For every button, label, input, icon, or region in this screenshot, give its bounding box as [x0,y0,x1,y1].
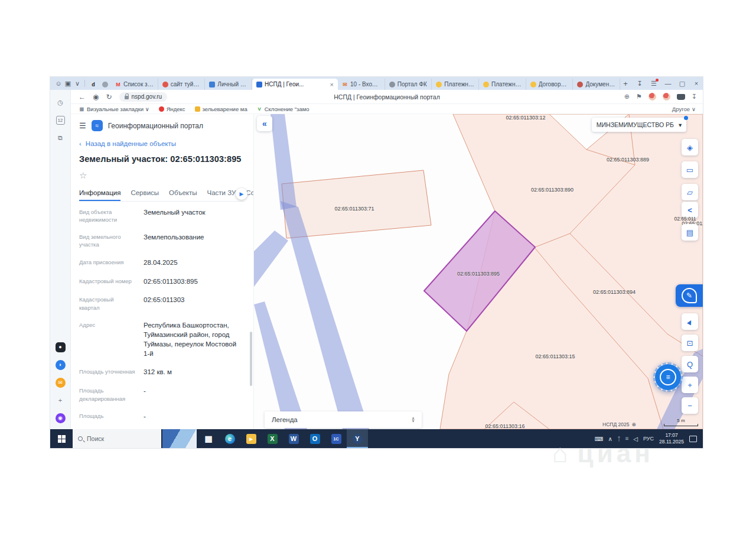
favorite-star-icon[interactable]: ☆ [79,170,92,181]
screenshot-icon[interactable]: ⧉ [54,132,66,144]
taskbar-excel[interactable]: X [262,429,283,448]
tab-части зу[interactable]: Части ЗУ [207,189,236,197]
browser-tab[interactable]: Договоры арен [526,79,573,90]
taskbar-explorer[interactable]: ▸ [240,429,262,448]
legend-toggle-icon[interactable]: ∧∨ [412,417,415,423]
ruler-button[interactable]: ▭ [682,161,698,178]
alice-icon[interactable]: ◉ [54,412,66,424]
card-button[interactable]: ⊡ [682,335,698,351]
assistant-flag-button[interactable]: ✎ [676,284,703,307]
browser-tab[interactable]: Платежные док [432,79,479,90]
bookmark-item[interactable]: Яндекс [159,106,185,112]
yellow-doc-icon [436,82,442,87]
tab-информация[interactable]: Информация [79,189,120,201]
bookmark-item[interactable]: ▦Визуальные закладки ∨ [79,106,149,112]
field-label: Площадь декларированная [79,387,135,403]
bookmark-label: Склонение "замо [265,106,309,112]
avatar[interactable] [649,93,656,100]
pinned-tab[interactable]: d [87,79,99,90]
bookmarks-more[interactable]: Другое ∨ [672,106,696,112]
restore-icon[interactable]: ▢ [678,80,686,87]
zoom-out-icon: − [687,401,692,410]
pocket-icon[interactable] [677,94,685,100]
panel-collapse-button[interactable]: « [257,116,272,131]
browser-tab[interactable]: Платежные док [479,79,526,90]
chevron-left-icon: ‹ [79,140,82,147]
organization-selector[interactable]: МИНЗЕМИМУЩЕСТВО РБ ▾ [592,118,686,132]
tab-сервисы[interactable]: Сервисы [131,189,159,197]
browser-tab[interactable]: НСПД | Геои...× [252,79,338,90]
menu-badge-icon[interactable]: ☰ [650,80,658,87]
pinned-tab[interactable] [99,79,111,90]
yellow-doc-icon [530,82,536,87]
cadastral-search-button[interactable]: Q [682,356,698,372]
download-icon[interactable]: ↧ [692,93,697,100]
chevron-down-icon[interactable]: ∨ [73,80,82,87]
news-widget-thumbnail[interactable] [162,429,197,448]
menu-burger-icon[interactable]: ☰ [79,121,86,130]
dark-widget-icon[interactable]: ● [54,341,66,353]
mail-app-icon[interactable]: ✉ [54,377,66,388]
tab-square-icon[interactable]: ▣ [63,80,73,87]
select-area-button[interactable]: ▱ [682,184,698,200]
zoom-in-button[interactable]: + [682,377,698,393]
browser-tab[interactable]: ✉10 - Входящие - [338,79,385,90]
browser-tab[interactable]: Документы на и [573,79,620,90]
taskbar-edge[interactable]: e [219,429,240,448]
tab-label: Список заявок - [123,81,154,87]
taskbar-task-view[interactable]: ▦ [198,429,219,448]
start-button[interactable] [50,429,73,448]
word-icon: W [289,434,299,444]
parcel-label: 02:65:011303:890 [531,187,573,193]
bookmark-flag-icon[interactable]: ⚑ [636,93,642,100]
calendar-12-icon[interactable]: 12 [54,114,66,126]
taskbar-word[interactable]: W [283,429,304,448]
history-clock-icon[interactable]: ◷ [54,96,66,108]
field-value: Республика Башкортостан, Туймазинский ра… [144,321,244,358]
extension-circle-icon[interactable]: ◉ [93,93,99,101]
scale-bar: 5 m [664,418,698,426]
tab-close-icon[interactable]: × [330,81,334,88]
browser-toolbar: ← ◉ ↻ nspd.gov.ru НСПД | Геоинформационн… [71,90,703,104]
tabs-next-icon[interactable]: ▶ [236,188,247,200]
field-label: Дата присвоения [79,258,135,268]
profile-mask-icon[interactable]: ☺ [54,80,63,87]
locate-button[interactable]: ▲ [682,313,698,330]
field-label: Кадастровый квартал [79,296,135,312]
time-label: 17:07 [659,432,684,439]
browser-tab[interactable]: MСписок заявок - [111,79,158,90]
field-row: Вид земельного участкаЗемлепользование [79,228,244,254]
back-link-label: Назад в найденные объекты [86,140,176,147]
zoom-search-icon[interactable]: ⊕ [624,93,630,100]
taskbar-1c[interactable]: 1С [325,429,347,448]
tab-label: Договоры арен [539,81,569,87]
layers-button[interactable]: ◈ [682,139,698,155]
address-bar[interactable]: nspd.gov.ru [119,92,168,102]
browser-tab[interactable]: Личный кабин [205,79,252,90]
new-tab-button[interactable]: + [620,79,631,88]
avatar[interactable] [663,93,670,100]
disk-icon[interactable]: ◗ [54,359,66,371]
browser-tab[interactable]: сайт туймазинс [158,79,206,90]
zoom-out-button[interactable]: − [682,397,698,414]
close-icon[interactable]: × [692,80,700,87]
minimize-icon[interactable]: — [664,80,672,87]
plus-icon[interactable]: + [54,394,66,406]
map-canvas[interactable]: 02:65:011303:1202:65:011303:88902:65:011… [254,114,703,448]
chat-button[interactable]: ≡ [653,362,683,392]
legend-bar[interactable]: Легенда ∧∨ [265,411,422,428]
back-arrow-icon[interactable]: ← [79,93,86,101]
back-link[interactable]: ‹ Назад в найденные объекты [79,140,244,147]
tab-объекты[interactable]: Объекты [169,189,197,197]
taskbar-search[interactable]: Поиск [73,429,161,448]
downloads-tray-icon[interactable]: ↧ [636,80,644,87]
taskbar-yandex-browser[interactable]: Y [347,429,368,448]
taskbar-outlook[interactable]: O [304,429,325,448]
refresh-icon[interactable]: ↻ [106,93,112,101]
browser-tab[interactable]: Портал ФК [385,79,432,90]
bookmark-item[interactable]: зельеварение ма [195,106,247,112]
parcel-label: 02:65:011303:16 [485,423,525,429]
print-button[interactable]: ▤ [682,224,698,241]
bookmark-item[interactable]: VСклонение "замо [257,106,309,112]
panel-scrollbar[interactable] [250,332,252,386]
